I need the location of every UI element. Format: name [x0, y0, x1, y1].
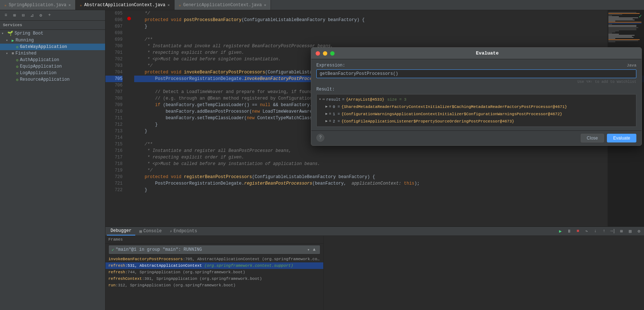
settings-debug-btn[interactable]: ⚙: [635, 228, 643, 235]
pause-btn[interactable]: ⏸: [565, 228, 573, 235]
tree-log-app[interactable]: ⚙ LogApplication: [0, 70, 105, 76]
step-into-btn[interactable]: ↓: [592, 228, 599, 235]
spring-icon: 🌱: [7, 31, 13, 36]
tree-gateway-app[interactable]: ⚙ GateWayApplication: [0, 44, 105, 50]
result-child-1[interactable]: ▶ ≡ 1 = {ConfigurationWarningsApplicatio…: [318, 110, 635, 118]
frame-4[interactable]: run:312, SpringApplication (org.springfr…: [105, 282, 323, 289]
code-line-719: */: [134, 167, 644, 174]
frame-1[interactable]: refresh:531, AbstractApplicationContext …: [105, 262, 323, 269]
code-line-698: [134, 30, 644, 36]
close-tab-2[interactable]: ✕: [168, 3, 170, 7]
code-line-697: }: [134, 23, 644, 30]
gutter: [125, 10, 133, 226]
tab-endpoints[interactable]: ⚡ Endpoints: [166, 227, 201, 235]
frames-panel: Frames ✓ "main"@1 in group "main": RUNNI…: [105, 236, 324, 310]
code-line-722: }: [134, 187, 644, 193]
tab-bar: ☕ SpringApplication.java ✕ ☕ AbstractApp…: [0, 0, 644, 10]
step-out-btn[interactable]: ↑: [600, 228, 608, 235]
tree-spring-boot[interactable]: ▾ 🌱 Spring Boot: [0, 30, 105, 37]
evaluate-button[interactable]: Evaluate: [607, 134, 636, 142]
dialog-body: Expression: Java Use ⌥⌘↑ to add to Watch…: [311, 59, 641, 130]
services-toolbar: ≡ ⊞ ⊟ ⊿ ⚙ +: [0, 10, 105, 21]
result-root-chevron[interactable]: ▾: [319, 97, 321, 102]
result-child-2[interactable]: ▶ ≡ 2 = {ConfigFileApplicationListener$P…: [318, 118, 635, 125]
debugger-toolbar-right: ▶ ⏸ ■ ↷ ↓ ↑ →| ⊞ ▤ ⚙: [557, 228, 643, 235]
stop-btn[interactable]: ■: [574, 228, 581, 235]
expression-label-row: Expression: Java: [316, 63, 636, 68]
group-btn[interactable]: ⊟: [20, 12, 27, 19]
debugger-tabs: Debugger ▤ Console ⚡ Endpoints ▶ ⏸ ■ ↷ ↓…: [105, 227, 644, 236]
dialog-max-btn[interactable]: [330, 51, 335, 56]
checkmark-icon: ✓: [112, 247, 114, 252]
list-icon-1: ≡: [329, 111, 331, 117]
tab-debugger[interactable]: Debugger: [107, 227, 135, 235]
tab-generic-app-context[interactable]: ☕ GenericApplicationContext.java ✕: [175, 0, 271, 10]
result-tree: ▾ ∞ result = {ArrayList@4533} size = 3 ▶…: [316, 94, 636, 127]
result-child-0[interactable]: ▶ ≡ 0 = {SharedMetadataReaderFactoryCont…: [318, 103, 635, 110]
layout-btn[interactable]: ▤: [627, 228, 634, 235]
code-line-717: * respecting explicit order if given.: [134, 154, 644, 161]
chevron-finished: ▾: [6, 51, 10, 56]
app-icon-resource: ⚙: [16, 77, 19, 82]
expression-label: Expression:: [316, 63, 345, 68]
breakpoint-696[interactable]: [127, 17, 131, 20]
dialog-min-btn[interactable]: [323, 51, 327, 56]
dialog-footer: ? Close Evaluate: [311, 130, 641, 145]
code-line-699: /**: [134, 36, 644, 43]
scroll-up-btn[interactable]: ▲: [311, 247, 317, 253]
variables-panel: [324, 236, 644, 310]
tab-abstract-app-context[interactable]: ☕ AbstractApplicationContext.java ✕: [76, 0, 175, 10]
close-button[interactable]: Close: [581, 134, 604, 142]
dialog-titlebar: Evaluate: [311, 48, 641, 59]
debugger-content: Frames ✓ "main"@1 in group "main": RUNNI…: [105, 236, 644, 310]
tree-equip-app[interactable]: ⚙ EquipApplication: [0, 63, 105, 70]
settings-btn[interactable]: ⚙: [37, 12, 44, 19]
expand-all-btn[interactable]: ⊞: [11, 12, 18, 19]
app-icon-equip: ⚙: [16, 64, 19, 69]
endpoints-icon: ⚡: [170, 229, 172, 234]
dropdown-arrow-icon: ▾: [307, 247, 310, 253]
app-icon-gateway: ⚙: [16, 45, 19, 49]
services-panel: ≡ ⊞ ⊟ ⊿ ⚙ + Services ▾ 🌱 Spring Boot ▾ ▶…: [0, 10, 105, 310]
close-tab-3[interactable]: ✕: [264, 3, 266, 7]
language-label: Java: [627, 63, 636, 68]
result-child-2-chevron[interactable]: ▶: [325, 118, 328, 124]
frames-list: invokeBeanFactoryPostProcessors:705, Abs…: [105, 256, 323, 310]
close-tab-1[interactable]: ✕: [68, 3, 71, 7]
bottom-panel: Debugger ▤ Console ⚡ Endpoints ▶ ⏸ ■ ↷ ↓…: [105, 226, 644, 310]
expression-input[interactable]: [316, 69, 636, 78]
list-icon-0: ≡: [329, 104, 331, 110]
frame-3[interactable]: refreshContext:391, SpringApplication (o…: [105, 275, 323, 282]
console-icon: ▤: [140, 229, 142, 234]
list-icon-2: ≡: [329, 118, 331, 124]
help-button[interactable]: ?: [316, 134, 324, 142]
tab-spring-application[interactable]: ☕ SpringApplication.java ✕: [0, 0, 76, 10]
tree-auth-app[interactable]: ⚙ AuthApplication: [0, 57, 105, 63]
code-line-720: protected void registerBeanPostProcessor…: [134, 174, 644, 180]
infinity-icon: ∞: [323, 97, 325, 102]
java-icon-3: ☕: [179, 3, 181, 7]
add-service-btn[interactable]: +: [46, 12, 53, 19]
filter-btn[interactable]: ⊿: [28, 12, 36, 19]
result-child-0-chevron[interactable]: ▶: [325, 104, 328, 110]
finished-icon: ■: [12, 51, 14, 56]
evaluate-btn[interactable]: ⊞: [618, 228, 625, 235]
tree-running[interactable]: ▾ ▶ Running: [0, 37, 105, 44]
run-to-cursor-btn[interactable]: →|: [609, 228, 616, 235]
dialog-close-btn[interactable]: [316, 51, 320, 56]
code-line-695: */: [134, 10, 644, 17]
step-over-btn[interactable]: ↷: [583, 228, 590, 235]
tree-resource-app[interactable]: ⚙ ResourceApplication: [0, 76, 105, 83]
services-tree: ▾ 🌱 Spring Boot ▾ ▶ Running ⚙ GateWayApp…: [0, 30, 105, 310]
code-line-716: * Instantiate and register all BeanPostP…: [134, 148, 644, 154]
frame-0[interactable]: invokeBeanFactoryPostProcessors:705, Abs…: [105, 256, 323, 262]
tree-finished[interactable]: ▾ ■ Finished: [0, 50, 105, 57]
result-root-row[interactable]: ▾ ∞ result = {ArrayList@4533} size = 3: [318, 96, 635, 103]
resume-btn[interactable]: ▶: [557, 228, 564, 235]
result-child-1-chevron[interactable]: ▶: [325, 111, 328, 117]
collapse-all-btn[interactable]: ≡: [2, 12, 9, 19]
frame-2[interactable]: refresh:744, SpringApplication (org.spri…: [105, 269, 323, 275]
thread-dropdown[interactable]: ✓ "main"@1 in group "main": RUNNING ▾ ▲: [108, 245, 320, 254]
code-line-718: * <p>Must be called before any instantia…: [134, 161, 644, 167]
tab-console[interactable]: ▤ Console: [136, 227, 165, 235]
